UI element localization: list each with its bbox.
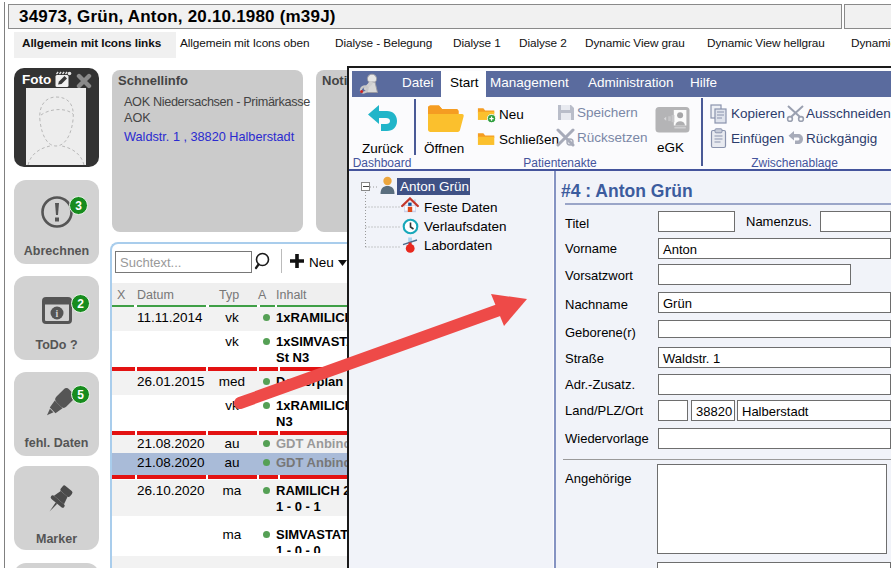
svg-text:i: i — [56, 308, 59, 319]
